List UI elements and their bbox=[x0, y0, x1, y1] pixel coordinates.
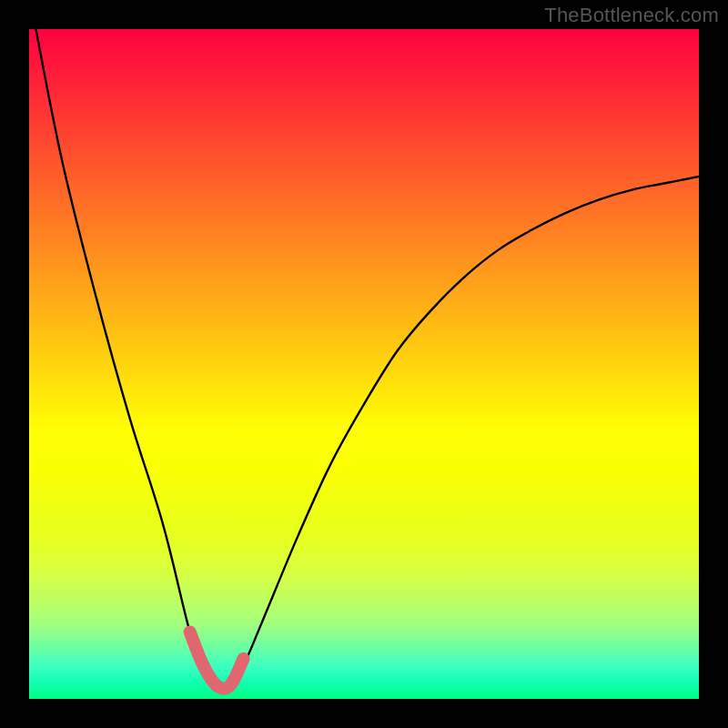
chart-plot-area bbox=[29, 29, 699, 699]
curve-svg bbox=[29, 29, 699, 699]
main-curve-path bbox=[35, 29, 699, 688]
watermark-text: TheBottleneck.com bbox=[544, 4, 719, 27]
highlight-curve-path bbox=[190, 632, 244, 688]
